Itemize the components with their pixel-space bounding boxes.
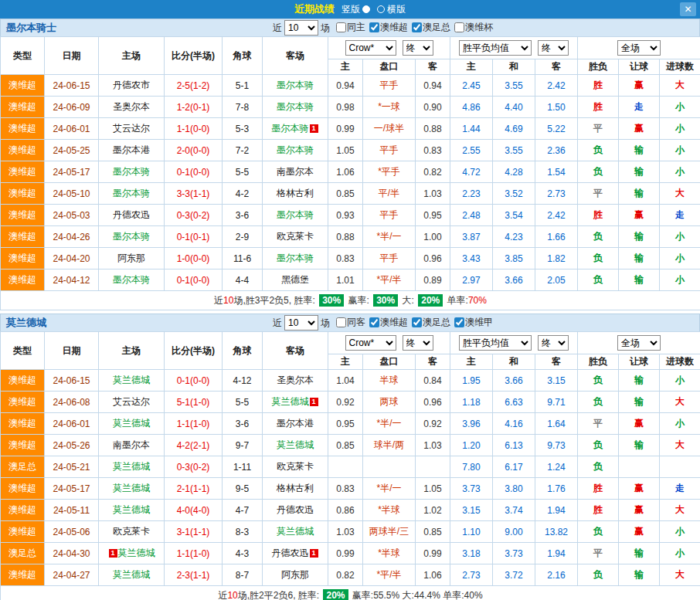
team-name: 墨尔本骑	[113, 166, 150, 177]
cell-eu-draw: 3.52	[493, 183, 535, 205]
cell-eu-home: 3.87	[450, 226, 493, 248]
cell-date: 24-06-01	[45, 413, 99, 435]
cell-date: 24-06-15	[45, 75, 99, 97]
cell-result: 胜	[578, 205, 619, 226]
match-count-select[interactable]: 10	[284, 315, 318, 331]
filter-checkbox-input[interactable]	[412, 22, 422, 32]
cell-result: 胜	[578, 500, 619, 521]
europe-odds-select[interactable]: 胜平负均值	[459, 40, 532, 56]
asian-odds-group-header: Crow* 终	[328, 332, 450, 354]
cell-handicap: *平手	[363, 161, 416, 183]
cell-result: 负	[578, 248, 619, 269]
col-header-result: 胜负	[578, 59, 619, 75]
cell-away-team: 欧克莱卡	[263, 226, 328, 248]
layout-vertical-option[interactable]: 竖版	[342, 3, 370, 16]
cell-goals: 大	[660, 564, 700, 586]
filter-checkbox[interactable]: 同客	[336, 316, 365, 329]
scope-select[interactable]: 全场	[617, 40, 661, 56]
cell-date: 24-04-12	[45, 269, 99, 291]
filter-checkbox[interactable]: 澳足总	[412, 316, 450, 329]
cell-eu-home: 1.44	[450, 118, 493, 140]
team-section-moreland-city: 莫兰德城 近 10 场 同客澳维超澳足总澳维甲 类型 日期	[0, 314, 700, 600]
close-icon: ✕	[684, 4, 692, 15]
filter-checkbox-input[interactable]	[454, 317, 464, 327]
league-filter-checkboxes: 同主澳维超澳足总澳维杯	[332, 21, 493, 35]
filter-checkbox[interactable]: 澳维杯	[454, 21, 493, 34]
summary-row: 近10场,胜3平2负5, 胜率: 30% 赢率: 30% 大: 20% 单率:7…	[1, 291, 700, 310]
match-row: 澳维超24-06-08艾云达尔5-1(1-0)5-5莫兰德城10.92两球0.9…	[1, 392, 700, 413]
filter-checkbox[interactable]: 同主	[336, 21, 365, 34]
cell-ah-home: 0.88	[328, 226, 363, 248]
filter-checkbox[interactable]: 澳足总	[412, 21, 450, 34]
col-header-let-ball: 让球	[619, 59, 660, 75]
team-name: 南墨尔本	[113, 439, 150, 450]
odds-stage-select[interactable]: 终	[403, 40, 433, 56]
cell-league: 澳维超	[1, 248, 45, 269]
filter-checkbox-input[interactable]	[369, 317, 379, 327]
cell-corner: 4-4	[223, 269, 263, 291]
filter-checkbox[interactable]: 澳维甲	[454, 316, 493, 329]
cell-eu-draw: 3.55	[493, 140, 535, 161]
team-title: 墨尔本骑士	[1, 21, 56, 35]
cell-eu-draw: 9.00	[493, 521, 535, 543]
horizontal-radio[interactable]	[377, 5, 385, 13]
cell-league: 澳维超	[1, 413, 45, 435]
filter-checkbox-label: 同客	[347, 316, 365, 329]
cell-home-team: 艾云达尔	[99, 118, 165, 140]
filter-checkbox-input[interactable]	[369, 22, 379, 32]
close-button[interactable]: ✕	[680, 2, 696, 16]
cell-ah-away: 1.03	[416, 183, 450, 205]
match-row: 澳维超24-05-26南墨尔本4-2(2-1)9-7莫兰德城0.85球半/两1.…	[1, 435, 700, 456]
col-header-ah-home: 主	[328, 59, 363, 75]
team-name: 墨尔本骑	[113, 188, 150, 198]
recent-results-window: 近期战绩 竖版 横版 ✕ 墨尔本骑士 近 10 场 同主澳维超澳足总澳维杯	[0, 0, 700, 600]
europe-stage-select[interactable]: 终	[538, 40, 569, 56]
cell-ah-home: 0.99	[328, 543, 363, 564]
cell-goals: 大	[660, 183, 700, 205]
odds-stage-select[interactable]: 终	[403, 335, 433, 351]
filter-checkbox-input[interactable]	[336, 22, 346, 32]
col-header-handicap: 盘口	[363, 59, 416, 75]
col-header-eu-draw: 和	[493, 59, 535, 75]
cell-ah-home: 0.95	[328, 413, 363, 435]
cell-ah-home: 1.05	[328, 140, 363, 161]
cell-goals: 小	[660, 97, 700, 118]
col-header-eu-away: 客	[535, 354, 578, 370]
layout-horizontal-option[interactable]: 横版	[377, 3, 406, 16]
match-row: 澳维超24-06-01莫兰德城1-1(1-0)3-6墨尔本港0.95*半/一0.…	[1, 413, 700, 435]
filter-checkbox-input[interactable]	[412, 317, 422, 327]
scope-select[interactable]: 全场	[617, 335, 661, 351]
cell-score: 0-1(0-0)	[165, 269, 223, 291]
match-count-select[interactable]: 10	[284, 20, 318, 36]
filter-checkbox[interactable]: 澳维超	[369, 316, 408, 329]
cell-ah-away: 1.05	[416, 478, 450, 500]
cell-eu-draw: 3.72	[493, 564, 535, 586]
europe-stage-select[interactable]: 终	[538, 335, 569, 351]
vertical-radio[interactable]	[362, 5, 370, 13]
cell-handicap: 两球	[363, 392, 416, 413]
cell-league: 澳维超	[1, 226, 45, 248]
cell-ah-home: 0.98	[328, 97, 363, 118]
filter-checkbox[interactable]: 澳维超	[369, 21, 408, 34]
cell-home-team: 莫兰德城	[99, 456, 165, 478]
cell-home-team: 墨尔本骑	[99, 269, 165, 291]
filter-checkbox-input[interactable]	[454, 22, 464, 32]
cell-home-team: 南墨尔本	[99, 435, 165, 456]
summary-part: 场,胜3平2负5,	[233, 295, 294, 306]
filter-checkbox-label: 澳足总	[423, 316, 450, 329]
team-name: 墨尔本骑	[277, 80, 314, 90]
summary-part: 10	[227, 590, 237, 600]
odds-company-select[interactable]: Crow*	[345, 335, 396, 351]
cell-corner: 7-2	[223, 140, 263, 161]
cell-eu-draw: 4.28	[493, 161, 535, 183]
cell-eu-home: 1.10	[450, 521, 493, 543]
odds-company-select[interactable]: Crow*	[345, 40, 396, 56]
games-label: 场	[321, 22, 330, 35]
europe-odds-select[interactable]: 胜平负均值	[459, 335, 532, 351]
cell-handicap: *半/一	[363, 413, 416, 435]
cell-score: 1-1(0-0)	[165, 118, 223, 140]
cell-ah-home: 0.82	[328, 564, 363, 586]
filter-checkbox-input[interactable]	[336, 317, 346, 327]
cell-eu-home: 2.48	[450, 205, 493, 226]
cell-eu-draw: 6.17	[493, 456, 535, 478]
